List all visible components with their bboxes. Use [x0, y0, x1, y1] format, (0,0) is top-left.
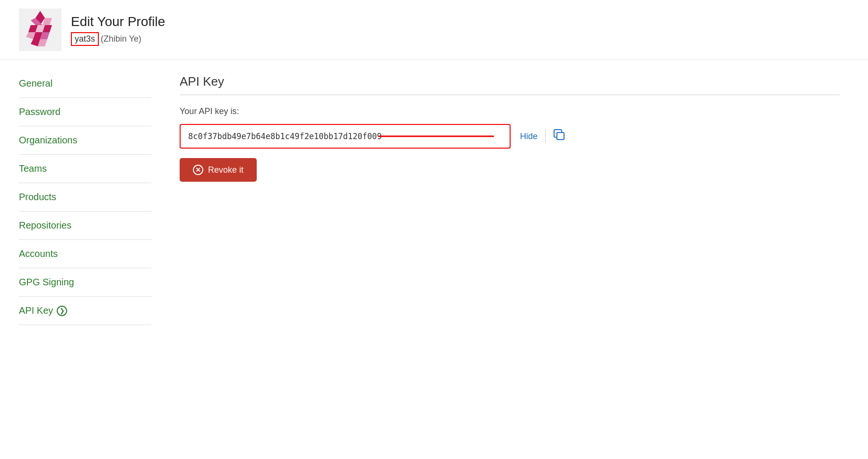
username-row: yat3s (Zhibin Ye) [71, 32, 165, 46]
chevron-right-icon: ❯ [57, 306, 67, 316]
fullname: (Zhibin Ye) [101, 34, 141, 44]
api-key-row: Hide [180, 124, 840, 149]
sidebar-item-products[interactable]: Products [19, 183, 151, 212]
username-box: yat3s [71, 32, 99, 46]
sidebar-item-password[interactable]: Password [19, 98, 151, 126]
page-title: Edit Your Profile [71, 14, 165, 29]
sidebar: General Password Organizations Teams Pro… [0, 60, 151, 459]
main-layout: General Password Organizations Teams Pro… [0, 60, 868, 459]
avatar [19, 9, 61, 51]
sidebar-item-general[interactable]: General [19, 70, 151, 98]
api-key-input[interactable] [180, 124, 511, 149]
api-key-label: Your API key is: [180, 106, 840, 116]
header-text: Edit Your Profile yat3s (Zhibin Ye) [71, 14, 165, 46]
api-key-actions: Hide [520, 129, 565, 144]
section-title: API Key [180, 74, 840, 95]
sidebar-item-gpg-signing[interactable]: GPG Signing [19, 268, 151, 297]
sidebar-item-organizations[interactable]: Organizations [19, 126, 151, 155]
sidebar-item-teams[interactable]: Teams [19, 155, 151, 183]
svg-rect-12 [557, 132, 564, 140]
api-key-display-wrapper [180, 124, 511, 149]
api-key-input-wrapper [180, 124, 511, 149]
vertical-divider [545, 130, 546, 143]
sidebar-item-repositories[interactable]: Repositories [19, 212, 151, 240]
x-circle-icon: ✕ [193, 165, 203, 175]
sidebar-item-accounts[interactable]: Accounts [19, 240, 151, 268]
main-content: API Key Your API key is: Hide [151, 60, 868, 459]
copy-icon[interactable] [553, 129, 565, 144]
hide-link[interactable]: Hide [520, 132, 538, 141]
revoke-button[interactable]: ✕ Revoke it [180, 158, 257, 182]
sidebar-item-api-key[interactable]: API Key ❯ [19, 297, 151, 325]
page-header: Edit Your Profile yat3s (Zhibin Ye) [0, 0, 868, 60]
